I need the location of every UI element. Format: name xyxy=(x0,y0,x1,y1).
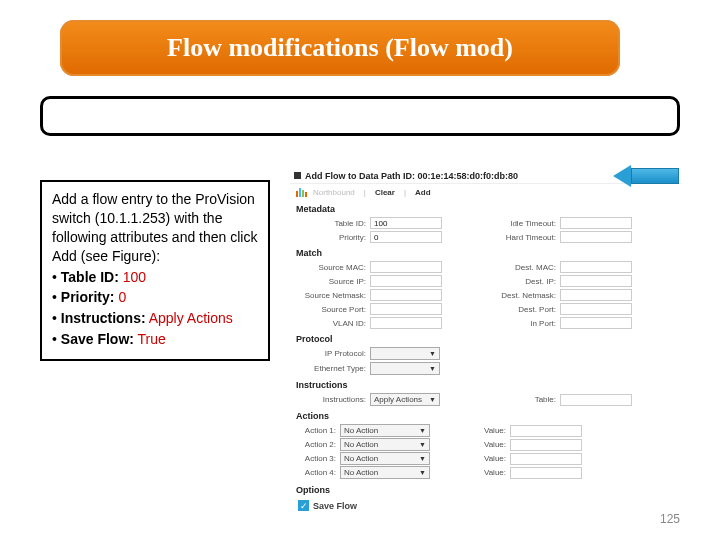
instr-table-label: Table: xyxy=(486,395,560,404)
instruction-item: • Instructions: Apply Actions xyxy=(52,309,258,328)
add-flow-form: Add Flow to Data Path ID: 00:1e:14:58:d0… xyxy=(290,168,682,514)
table-id-input[interactable]: 100 xyxy=(370,217,442,229)
src-port-label: Source Port: xyxy=(296,305,370,314)
instructions-label: Instructions: xyxy=(296,395,370,404)
chevron-down-icon: ▼ xyxy=(429,396,436,403)
dst-port-input[interactable] xyxy=(560,303,632,315)
clear-button[interactable]: Clear xyxy=(375,188,395,197)
dst-netmask-label: Dest. Netmask: xyxy=(486,291,560,300)
section-heading-match: Match xyxy=(290,244,682,260)
ethernet-type-label: Ethernet Type: xyxy=(296,364,370,373)
chevron-down-icon: ▼ xyxy=(429,350,436,357)
instruction-item: • Table ID: 100 xyxy=(52,268,258,287)
brand-logo-icon xyxy=(296,187,307,197)
src-netmask-label: Source Netmask: xyxy=(296,291,370,300)
dst-ip-input[interactable] xyxy=(560,275,632,287)
section-heading-options: Options xyxy=(290,481,682,497)
action1-label: Action 1: xyxy=(296,426,340,435)
form-header-title: Add Flow to Data Path ID: 00:1e:14:58:d0… xyxy=(305,171,518,181)
chevron-down-icon: ▼ xyxy=(419,469,426,476)
priority-input[interactable]: 0 xyxy=(370,231,442,243)
action3-label: Action 3: xyxy=(296,454,340,463)
form-header: Add Flow to Data Path ID: 00:1e:14:58:d0… xyxy=(290,168,682,184)
idle-timeout-input[interactable] xyxy=(560,217,632,229)
metadata-row: Priority: 0 Hard Timeout: xyxy=(290,230,682,244)
save-flow-label: Save Flow xyxy=(313,501,357,511)
action1-value-input[interactable] xyxy=(510,425,582,437)
section-heading-actions: Actions xyxy=(290,407,682,423)
metadata-row: Table ID: 100 Idle Timeout: xyxy=(290,216,682,230)
src-port-input[interactable] xyxy=(370,303,442,315)
chevron-down-icon: ▼ xyxy=(419,455,426,462)
action4-value-label: Value: xyxy=(470,468,510,477)
dst-mac-label: Dest. MAC: xyxy=(486,263,560,272)
empty-content-box xyxy=(40,96,680,136)
src-ip-label: Source IP: xyxy=(296,277,370,286)
in-port-input[interactable] xyxy=(560,317,632,329)
ethernet-type-select[interactable]: ▼ xyxy=(370,362,440,375)
action3-value-input[interactable] xyxy=(510,453,582,465)
dst-port-label: Dest. Port: xyxy=(486,305,560,314)
brand-name: Northbound xyxy=(313,188,355,197)
instr-table-input[interactable] xyxy=(560,394,632,406)
src-mac-label: Source MAC: xyxy=(296,263,370,272)
vlan-id-label: VLAN ID: xyxy=(296,319,370,328)
ip-protocol-label: IP Protocol: xyxy=(296,349,370,358)
hard-timeout-label: Hard Timeout: xyxy=(486,233,560,242)
action2-value-input[interactable] xyxy=(510,439,582,451)
slide-title: Flow modifications (Flow mod) xyxy=(167,33,513,63)
arrow-body xyxy=(631,168,679,184)
action2-label: Action 2: xyxy=(296,440,340,449)
dst-mac-input[interactable] xyxy=(560,261,632,273)
slide-title-banner: Flow modifications (Flow mod) xyxy=(60,20,620,76)
action1-select[interactable]: No Action▼ xyxy=(340,424,430,437)
instructions-select[interactable]: Apply Actions▼ xyxy=(370,393,440,406)
chevron-down-icon: ▼ xyxy=(419,427,426,434)
priority-label: Priority: xyxy=(296,233,370,242)
action4-select[interactable]: No Action▼ xyxy=(340,466,430,479)
section-heading-metadata: Metadata xyxy=(290,200,682,216)
chevron-down-icon: ▼ xyxy=(419,441,426,448)
save-flow-checkbox[interactable]: ✓ xyxy=(298,500,309,511)
hard-timeout-input[interactable] xyxy=(560,231,632,243)
dst-ip-label: Dest. IP: xyxy=(486,277,560,286)
callout-arrow xyxy=(614,165,684,187)
action4-label: Action 4: xyxy=(296,468,340,477)
vlan-id-input[interactable] xyxy=(370,317,442,329)
ip-protocol-select[interactable]: ▼ xyxy=(370,347,440,360)
action3-select[interactable]: No Action▼ xyxy=(340,452,430,465)
src-netmask-input[interactable] xyxy=(370,289,442,301)
instruction-item: • Save Flow: True xyxy=(52,330,258,349)
action2-select[interactable]: No Action▼ xyxy=(340,438,430,451)
instructions-intro: Add a flow entry to the ProVision switch… xyxy=(52,190,258,266)
src-mac-input[interactable] xyxy=(370,261,442,273)
section-heading-instructions: Instructions xyxy=(290,376,682,392)
table-id-label: Table ID: xyxy=(296,219,370,228)
instruction-item: • Priority: 0 xyxy=(52,288,258,307)
add-button[interactable]: Add xyxy=(415,188,431,197)
idle-timeout-label: Idle Timeout: xyxy=(486,219,560,228)
form-header-icon xyxy=(294,172,301,179)
chevron-down-icon: ▼ xyxy=(429,365,436,372)
action1-value-label: Value: xyxy=(470,426,510,435)
page-number: 125 xyxy=(660,512,680,526)
action3-value-label: Value: xyxy=(470,454,510,463)
section-heading-protocol: Protocol xyxy=(290,330,682,346)
action4-value-input[interactable] xyxy=(510,467,582,479)
action2-value-label: Value: xyxy=(470,440,510,449)
in-port-label: In Port: xyxy=(486,319,560,328)
instructions-box: Add a flow entry to the ProVision switch… xyxy=(40,180,270,361)
arrow-head-icon xyxy=(613,165,631,187)
dst-netmask-input[interactable] xyxy=(560,289,632,301)
src-ip-input[interactable] xyxy=(370,275,442,287)
